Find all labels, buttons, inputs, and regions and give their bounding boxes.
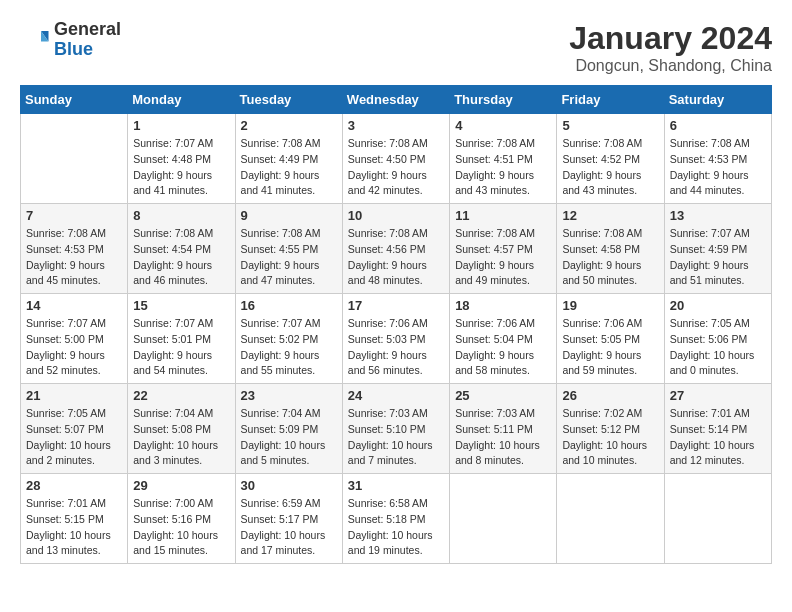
logo-general: General [54,19,121,39]
calendar-day-cell: 16Sunrise: 7:07 AMSunset: 5:02 PMDayligh… [235,294,342,384]
day-number: 29 [133,478,229,493]
day-number: 11 [455,208,551,223]
day-number: 4 [455,118,551,133]
day-number: 26 [562,388,658,403]
day-number: 28 [26,478,122,493]
day-number: 12 [562,208,658,223]
day-info: Sunrise: 7:07 AMSunset: 5:01 PMDaylight:… [133,316,229,379]
day-number: 2 [241,118,337,133]
calendar-day-cell: 5Sunrise: 7:08 AMSunset: 4:52 PMDaylight… [557,114,664,204]
day-number: 14 [26,298,122,313]
calendar-day-cell [450,474,557,564]
day-info: Sunrise: 7:05 AMSunset: 5:06 PMDaylight:… [670,316,766,379]
calendar-day-cell: 10Sunrise: 7:08 AMSunset: 4:56 PMDayligh… [342,204,449,294]
weekday-header-row: SundayMondayTuesdayWednesdayThursdayFrid… [21,86,772,114]
calendar-day-cell: 25Sunrise: 7:03 AMSunset: 5:11 PMDayligh… [450,384,557,474]
day-info: Sunrise: 7:07 AMSunset: 4:59 PMDaylight:… [670,226,766,289]
day-info: Sunrise: 7:08 AMSunset: 4:53 PMDaylight:… [670,136,766,199]
day-info: Sunrise: 7:05 AMSunset: 5:07 PMDaylight:… [26,406,122,469]
day-info: Sunrise: 7:01 AMSunset: 5:15 PMDaylight:… [26,496,122,559]
day-number: 9 [241,208,337,223]
calendar-day-cell: 9Sunrise: 7:08 AMSunset: 4:55 PMDaylight… [235,204,342,294]
logo-icon [20,25,50,55]
calendar-day-cell: 6Sunrise: 7:08 AMSunset: 4:53 PMDaylight… [664,114,771,204]
page-header: General Blue January 2024 Dongcun, Shand… [20,20,772,75]
day-number: 13 [670,208,766,223]
calendar-day-cell: 28Sunrise: 7:01 AMSunset: 5:15 PMDayligh… [21,474,128,564]
calendar-day-cell: 8Sunrise: 7:08 AMSunset: 4:54 PMDaylight… [128,204,235,294]
logo-blue: Blue [54,39,93,59]
day-number: 30 [241,478,337,493]
calendar-day-cell: 26Sunrise: 7:02 AMSunset: 5:12 PMDayligh… [557,384,664,474]
calendar-day-cell: 20Sunrise: 7:05 AMSunset: 5:06 PMDayligh… [664,294,771,384]
day-info: Sunrise: 7:07 AMSunset: 5:02 PMDaylight:… [241,316,337,379]
calendar-day-cell: 18Sunrise: 7:06 AMSunset: 5:04 PMDayligh… [450,294,557,384]
calendar-day-cell: 11Sunrise: 7:08 AMSunset: 4:57 PMDayligh… [450,204,557,294]
weekday-header-cell: Friday [557,86,664,114]
calendar-week-row: 14Sunrise: 7:07 AMSunset: 5:00 PMDayligh… [21,294,772,384]
day-number: 18 [455,298,551,313]
month-year-title: January 2024 [569,20,772,57]
day-number: 31 [348,478,444,493]
day-info: Sunrise: 7:01 AMSunset: 5:14 PMDaylight:… [670,406,766,469]
day-number: 21 [26,388,122,403]
calendar-day-cell: 3Sunrise: 7:08 AMSunset: 4:50 PMDaylight… [342,114,449,204]
calendar-day-cell: 17Sunrise: 7:06 AMSunset: 5:03 PMDayligh… [342,294,449,384]
day-number: 16 [241,298,337,313]
day-info: Sunrise: 7:07 AMSunset: 5:00 PMDaylight:… [26,316,122,379]
day-info: Sunrise: 7:08 AMSunset: 4:56 PMDaylight:… [348,226,444,289]
day-number: 22 [133,388,229,403]
day-info: Sunrise: 7:04 AMSunset: 5:08 PMDaylight:… [133,406,229,469]
calendar-day-cell: 24Sunrise: 7:03 AMSunset: 5:10 PMDayligh… [342,384,449,474]
calendar-day-cell: 15Sunrise: 7:07 AMSunset: 5:01 PMDayligh… [128,294,235,384]
day-info: Sunrise: 7:08 AMSunset: 4:55 PMDaylight:… [241,226,337,289]
day-info: Sunrise: 7:08 AMSunset: 4:50 PMDaylight:… [348,136,444,199]
day-info: Sunrise: 7:08 AMSunset: 4:51 PMDaylight:… [455,136,551,199]
day-info: Sunrise: 7:02 AMSunset: 5:12 PMDaylight:… [562,406,658,469]
day-number: 5 [562,118,658,133]
calendar-day-cell: 21Sunrise: 7:05 AMSunset: 5:07 PMDayligh… [21,384,128,474]
logo: General Blue [20,20,121,60]
day-number: 17 [348,298,444,313]
calendar-day-cell: 1Sunrise: 7:07 AMSunset: 4:48 PMDaylight… [128,114,235,204]
calendar-day-cell: 27Sunrise: 7:01 AMSunset: 5:14 PMDayligh… [664,384,771,474]
day-info: Sunrise: 7:00 AMSunset: 5:16 PMDaylight:… [133,496,229,559]
day-number: 19 [562,298,658,313]
day-number: 25 [455,388,551,403]
calendar-week-row: 1Sunrise: 7:07 AMSunset: 4:48 PMDaylight… [21,114,772,204]
day-number: 23 [241,388,337,403]
calendar-day-cell: 23Sunrise: 7:04 AMSunset: 5:09 PMDayligh… [235,384,342,474]
calendar-day-cell: 19Sunrise: 7:06 AMSunset: 5:05 PMDayligh… [557,294,664,384]
day-info: Sunrise: 6:58 AMSunset: 5:18 PMDaylight:… [348,496,444,559]
calendar-week-row: 28Sunrise: 7:01 AMSunset: 5:15 PMDayligh… [21,474,772,564]
weekday-header-cell: Thursday [450,86,557,114]
calendar-day-cell: 31Sunrise: 6:58 AMSunset: 5:18 PMDayligh… [342,474,449,564]
calendar-day-cell: 7Sunrise: 7:08 AMSunset: 4:53 PMDaylight… [21,204,128,294]
weekday-header-cell: Wednesday [342,86,449,114]
day-number: 20 [670,298,766,313]
day-info: Sunrise: 7:07 AMSunset: 4:48 PMDaylight:… [133,136,229,199]
title-block: January 2024 Dongcun, Shandong, China [569,20,772,75]
day-number: 24 [348,388,444,403]
day-info: Sunrise: 7:03 AMSunset: 5:11 PMDaylight:… [455,406,551,469]
calendar-day-cell: 30Sunrise: 6:59 AMSunset: 5:17 PMDayligh… [235,474,342,564]
day-info: Sunrise: 7:06 AMSunset: 5:05 PMDaylight:… [562,316,658,379]
day-number: 6 [670,118,766,133]
calendar-day-cell: 29Sunrise: 7:00 AMSunset: 5:16 PMDayligh… [128,474,235,564]
day-info: Sunrise: 7:08 AMSunset: 4:54 PMDaylight:… [133,226,229,289]
calendar-day-cell [557,474,664,564]
logo-text: General Blue [54,20,121,60]
weekday-header-cell: Monday [128,86,235,114]
calendar-week-row: 21Sunrise: 7:05 AMSunset: 5:07 PMDayligh… [21,384,772,474]
day-info: Sunrise: 7:04 AMSunset: 5:09 PMDaylight:… [241,406,337,469]
day-info: Sunrise: 7:08 AMSunset: 4:53 PMDaylight:… [26,226,122,289]
day-info: Sunrise: 7:06 AMSunset: 5:03 PMDaylight:… [348,316,444,379]
calendar-day-cell [21,114,128,204]
weekday-header-cell: Sunday [21,86,128,114]
calendar-day-cell: 2Sunrise: 7:08 AMSunset: 4:49 PMDaylight… [235,114,342,204]
day-number: 7 [26,208,122,223]
day-info: Sunrise: 7:08 AMSunset: 4:49 PMDaylight:… [241,136,337,199]
day-info: Sunrise: 7:03 AMSunset: 5:10 PMDaylight:… [348,406,444,469]
calendar-table: SundayMondayTuesdayWednesdayThursdayFrid… [20,85,772,564]
calendar-day-cell: 22Sunrise: 7:04 AMSunset: 5:08 PMDayligh… [128,384,235,474]
